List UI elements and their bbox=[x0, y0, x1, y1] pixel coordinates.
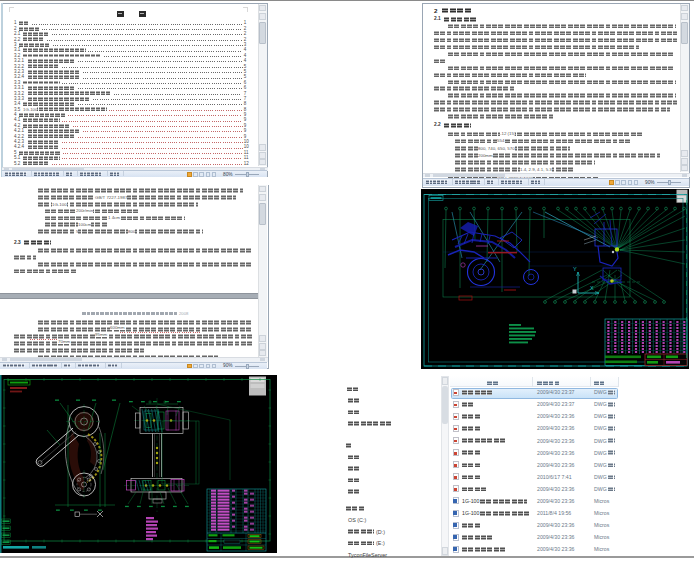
svg-text:Y: Y bbox=[573, 266, 577, 272]
svg-text:X: X bbox=[590, 285, 594, 291]
